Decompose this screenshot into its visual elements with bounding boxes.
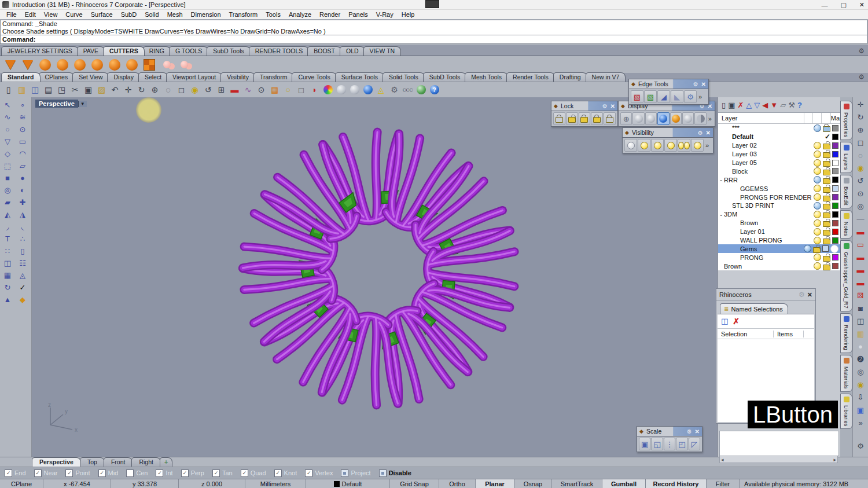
layer-color-swatch[interactable]	[832, 211, 838, 218]
status-x-67-454[interactable]: x -67.454	[43, 479, 111, 488]
layer-color-swatch[interactable]	[832, 134, 838, 140]
status-planar[interactable]: Planar	[476, 479, 514, 488]
side-tab-libraries[interactable]: Libraries	[840, 394, 852, 429]
layer-visibility-bulb-icon[interactable]	[814, 124, 821, 132]
osnap-project[interactable]: Project	[341, 469, 370, 477]
command-history[interactable]: Command: _Shade Choose Shade settings ( …	[0, 20, 867, 35]
osnap-vertex-checkbox[interactable]: ✓	[305, 469, 312, 477]
menu-item-tools[interactable]: Tools	[262, 10, 285, 19]
camera-save-icon[interactable]: ◫	[854, 315, 867, 327]
layer-lock-icon[interactable]	[813, 247, 821, 253]
layer-filter-icon[interactable]: ▼	[770, 101, 778, 109]
circle-tools-icon[interactable]: ⊙	[255, 84, 267, 96]
crosshair-yellow-icon[interactable]: ◉	[854, 379, 867, 391]
layer-visibility-bulb-icon[interactable]	[814, 193, 821, 201]
crosshair-icon[interactable]: ◎	[854, 366, 867, 378]
tab-view-tn[interactable]: VIEW TN	[363, 46, 402, 56]
unroll-srf-green-icon[interactable]: ▧	[644, 90, 657, 103]
menu-item-curve[interactable]: Curve	[61, 10, 86, 19]
menu-item-v-ray[interactable]: V-Ray	[372, 10, 398, 19]
scale-arrow-icon[interactable]: ◸	[689, 438, 700, 450]
circle-center-icon[interactable]: ○	[1, 124, 14, 135]
array-vertical-icon[interactable]: ☷	[16, 258, 30, 269]
layer-help-icon[interactable]: ?	[797, 101, 802, 109]
status-available-physical-memory[interactable]: Available physical memory: 3122 MB	[740, 479, 868, 488]
single-point-icon[interactable]: ∘	[16, 100, 30, 111]
status-ortho[interactable]: Ortho	[439, 479, 476, 488]
print-icon[interactable]: ▤	[42, 84, 54, 96]
viewport-title-label[interactable]: Perspective	[35, 100, 78, 108]
layer-color-swatch[interactable]	[832, 263, 838, 269]
arc-tool-icon[interactable]: ◠	[16, 148, 30, 159]
tab-jewelery-settings[interactable]: JEWELERY SETTINGS	[1, 46, 79, 56]
osnap-near-checkbox[interactable]: ✓	[34, 469, 42, 477]
layer-color-swatch[interactable]	[832, 220, 838, 226]
zoom-small-icon[interactable]: ⊙	[854, 188, 867, 200]
ghosted-gray-icon[interactable]	[682, 112, 694, 125]
osnap-tan[interactable]: ✓Tan	[212, 469, 233, 477]
unroll-srf-red-icon[interactable]: ▧	[631, 90, 643, 103]
layer-visibility-bulb-icon[interactable]	[814, 151, 821, 158]
panel-gear-icon[interactable]: ⚙	[602, 103, 608, 109]
zoom-selected-icon[interactable]: ◉	[854, 162, 867, 174]
wtab-select[interactable]: Select	[138, 72, 168, 82]
car-side-red-icon[interactable]: ▭	[854, 239, 867, 251]
layer-color-swatch[interactable]	[832, 151, 838, 157]
viewport-tab-top[interactable]: Top	[80, 457, 105, 467]
wtab-viewport-layout[interactable]: Viewport Layout	[166, 72, 222, 82]
lock-objects-icon[interactable]: ◻	[295, 84, 307, 96]
zoom-in-icon[interactable]: ⊕	[854, 124, 867, 136]
panel-gear-icon[interactable]: ⚙	[687, 428, 692, 435]
viewport-tab-perspective[interactable]: Perspective	[32, 457, 81, 467]
move-layer-up-icon[interactable]: △	[746, 101, 752, 109]
menu-item-subd[interactable]: SubD	[117, 10, 141, 19]
tab-pave[interactable]: PAVE	[77, 46, 105, 56]
fillet-edge-icon[interactable]: ◢	[657, 90, 670, 103]
layer-row-layer-02-2[interactable]: Layer 02	[718, 141, 841, 150]
menu-item-analyze[interactable]: Analyze	[285, 10, 315, 19]
history-tool-icon[interactable]: ◬	[16, 270, 30, 281]
array-tool-icon[interactable]: ∷	[1, 245, 14, 256]
osnap-knot[interactable]: ✓Knot	[274, 469, 297, 477]
status-filter[interactable]: Filter	[707, 479, 740, 488]
osnap-mid[interactable]: ✓Mid	[98, 469, 119, 477]
wtab-render-tools[interactable]: Render Tools	[506, 72, 555, 82]
gem-string-tool-2-icon[interactable]	[108, 58, 122, 72]
osnap-perp-checkbox[interactable]: ✓	[181, 469, 189, 477]
layer-lock-icon[interactable]	[823, 221, 830, 227]
viewport-tab-add-button[interactable]: +	[160, 457, 172, 467]
workspace-tab-gear-icon[interactable]: ⚙	[858, 73, 865, 81]
rendered-orange-icon[interactable]	[670, 112, 682, 125]
layer-lock-icon[interactable]	[823, 187, 830, 193]
status-cplane[interactable]: CPlane	[0, 479, 43, 488]
viewport-title[interactable]: Perspective ▼	[35, 100, 87, 108]
layer-row-layer-01-12[interactable]: Layer 01	[718, 228, 841, 236]
wtab-visibility[interactable]: Visibility	[220, 72, 255, 82]
pearl-cluster-tool-icon[interactable]	[177, 58, 191, 72]
osnap-cen-checkbox[interactable]	[126, 469, 134, 477]
filter-back-icon[interactable]: ◀	[762, 101, 768, 109]
layer-lock-icon[interactable]	[823, 144, 830, 149]
layer-visibility-bulb-icon[interactable]	[814, 159, 821, 167]
osnap-point-checkbox[interactable]: ✓	[65, 469, 73, 477]
side-tab-layers[interactable]: Layers	[840, 142, 852, 173]
side-tab-properties[interactable]: Properties	[840, 101, 852, 140]
layer-row-prongs-for-render-8[interactable]: PRONGS FOR RENDER	[718, 193, 841, 201]
lock-pair-icon[interactable]	[604, 112, 616, 125]
wtab-set-view[interactable]: Set View	[72, 72, 109, 82]
zoom-extents-icon[interactable]: ⊕	[149, 84, 161, 96]
layer-color-swatch[interactable]	[832, 203, 838, 209]
wtab-display[interactable]: Display	[107, 72, 139, 82]
curve-freeform-icon[interactable]: ∿	[1, 112, 14, 123]
flow-tool-icon[interactable]: ✚	[16, 197, 30, 208]
panel-close-icon[interactable]: ✕	[700, 81, 707, 87]
osnap-int-checkbox[interactable]: ✓	[156, 469, 163, 477]
bulb-on-icon[interactable]	[638, 139, 650, 152]
lock-closed-icon[interactable]	[553, 112, 565, 125]
sphere-plain-icon[interactable]: ●	[854, 340, 867, 353]
zoom-dynamic-icon[interactable]: ◌	[854, 149, 867, 162]
new-layer-icon[interactable]: ▯	[722, 101, 726, 109]
osnap-cen[interactable]: Cen	[126, 469, 148, 477]
more-chevron-icon[interactable]: »	[707, 115, 713, 122]
layer-lock-icon[interactable]	[823, 161, 830, 167]
